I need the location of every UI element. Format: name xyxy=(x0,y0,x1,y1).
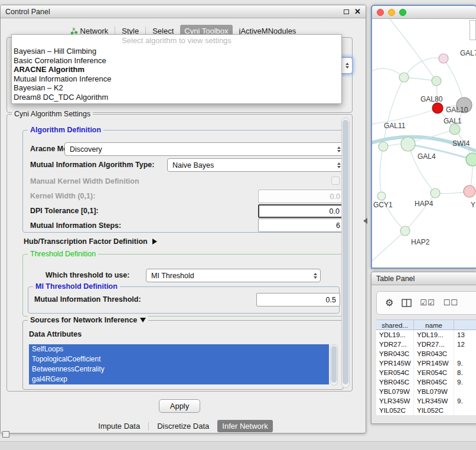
network-node[interactable] xyxy=(466,153,476,166)
tab-infer-network[interactable]: Infer Network xyxy=(217,420,272,432)
table-cell: YIL052C xyxy=(376,406,414,415)
network-node[interactable] xyxy=(464,185,475,197)
algorithm-option[interactable]: Dream8 DC_TDC Algorithm xyxy=(12,93,341,102)
kernel-width-input[interactable] xyxy=(258,190,344,203)
manual-kernel-checkbox[interactable] xyxy=(331,177,340,185)
table-column-header[interactable] xyxy=(454,319,476,330)
network-node[interactable] xyxy=(431,188,440,198)
cyni-algorithm-settings-group: Cyni Algorithm Settings Algorithm Defini… xyxy=(6,114,353,392)
network-node[interactable] xyxy=(399,73,409,82)
expander-expanded-icon xyxy=(140,318,146,322)
table-cell: 13 xyxy=(454,330,476,340)
table-cell: YDR27... xyxy=(376,340,414,349)
tab-discretize-data[interactable]: Discretize Data xyxy=(152,420,214,432)
close-traffic-light-icon[interactable] xyxy=(377,9,384,16)
table-column-header[interactable]: shared... xyxy=(376,319,414,330)
network-node-label: GAL4 xyxy=(418,152,436,161)
network-node[interactable] xyxy=(377,192,386,200)
apply-button[interactable]: Apply xyxy=(159,399,200,413)
table-row[interactable]: YBR043CYBR043C xyxy=(376,349,476,358)
attribute-list-item[interactable]: BetweennessCentrality xyxy=(29,364,329,374)
select-all-icon[interactable]: ☑☑ xyxy=(420,298,435,308)
expander-collapsed-icon xyxy=(152,239,157,244)
network-canvas-svg: GAL7GAL80GAL10GAL11GAL1SWI4GAL4GCY1HAP4Y… xyxy=(372,19,476,268)
network-node[interactable] xyxy=(400,226,410,236)
algorithm-definition-group: Algorithm Definition Aracne Mode: Discov… xyxy=(22,130,344,233)
algorithm-option[interactable]: Bayesian – K2 xyxy=(12,83,341,93)
network-node-label: HAP4 xyxy=(415,200,433,208)
mi-steps-label: Mutual Information Steps: xyxy=(30,221,121,230)
gear-icon[interactable]: ⚙ xyxy=(385,298,393,308)
algorithm-option[interactable]: Bayesian – Hill Climbing xyxy=(12,47,341,56)
network-node-label: GAL80 xyxy=(420,95,443,103)
table-column-header[interactable]: name xyxy=(414,319,454,330)
table-row[interactable]: YPR145WYPR145W9. xyxy=(376,358,476,368)
float-window-icon[interactable] xyxy=(344,9,349,14)
tab-impute-data[interactable]: Impute Data xyxy=(93,420,145,432)
which-threshold-label: Which threshold to use: xyxy=(45,271,129,279)
panel-splitter-arrow-icon[interactable] xyxy=(363,218,367,224)
hub-definition-expander[interactable]: Hub/Transcription Factor Definition xyxy=(24,237,157,246)
scrollbar-thumb[interactable] xyxy=(343,120,348,384)
mi-threshold-input[interactable] xyxy=(256,293,340,306)
combo-stepper-icon xyxy=(314,273,317,279)
close-icon[interactable]: ✕ xyxy=(354,8,361,15)
columns-icon[interactable] xyxy=(402,299,412,307)
attribute-list-item[interactable]: SelfLoops xyxy=(29,344,329,354)
attribute-list-item[interactable]: gal4RGexp xyxy=(29,374,329,384)
table-row[interactable]: YER054CYER054C8. xyxy=(376,368,476,377)
network-node[interactable] xyxy=(439,54,448,63)
zoom-traffic-light-icon[interactable] xyxy=(399,9,406,16)
network-node[interactable] xyxy=(401,137,415,151)
mi-type-combo[interactable]: Naive Bayes xyxy=(167,158,344,172)
attributes-list-scrollbar[interactable] xyxy=(330,344,338,386)
network-node[interactable] xyxy=(432,103,443,113)
table-row[interactable]: YBL079WYBL079W xyxy=(376,387,476,396)
table-row[interactable]: YDL19...YDL19...13 xyxy=(376,330,476,340)
algorithm-option[interactable]: ARACNE Algorithm xyxy=(12,65,341,74)
table-row[interactable]: YBR045CYBR045C9. xyxy=(376,377,476,387)
minimize-traffic-light-icon[interactable] xyxy=(388,9,395,16)
deselect-all-icon[interactable]: ☐☐ xyxy=(444,298,458,308)
network-edge xyxy=(404,58,444,77)
table-row[interactable]: YDR27...YDR27...12 xyxy=(376,340,476,349)
aracne-mode-combo[interactable]: Discovery xyxy=(64,142,344,156)
table-cell: YDL19... xyxy=(414,330,454,340)
sources-group-title[interactable]: Sources for Network Inference xyxy=(28,316,148,324)
network-node[interactable] xyxy=(449,124,460,135)
mi-steps-input[interactable] xyxy=(258,219,344,232)
network-edge xyxy=(408,144,435,193)
network-window-titlebar[interactable] xyxy=(372,6,476,19)
network-node-label: GAL11 xyxy=(384,122,406,130)
manual-kernel-label: Manual Kernel Width Definition xyxy=(30,177,139,185)
table-cell: YBR043C xyxy=(414,349,454,358)
combo-stepper-icon xyxy=(337,162,341,168)
window-title: Control Panel xyxy=(5,8,50,16)
dock-window-icon[interactable] xyxy=(2,431,9,438)
algorithm-option[interactable]: Basic Correlation Inference xyxy=(12,56,341,66)
table-panel-titlebar[interactable]: Table Panel xyxy=(371,272,476,285)
hub-definition-label: Hub/Transcription Factor Definition xyxy=(24,237,148,246)
table-row[interactable]: YLR345WYLR345W9. xyxy=(376,396,476,406)
network-canvas[interactable]: GAL7GAL80GAL10GAL11GAL1SWI4GAL4GCY1HAP4Y… xyxy=(372,19,476,268)
table-cell: YBL079W xyxy=(376,387,414,396)
table-cell: 9. xyxy=(454,358,476,368)
algorithm-option[interactable]: Mutual Information Inference xyxy=(12,74,341,84)
network-node[interactable] xyxy=(432,76,441,86)
control-panel-titlebar[interactable]: Control Panel ✕ xyxy=(1,5,366,18)
network-node-label: SWI4 xyxy=(452,139,470,148)
combo-stepper-icon xyxy=(337,146,341,152)
which-threshold-combo[interactable]: MI Threshold xyxy=(146,269,321,282)
attribute-list-item[interactable]: TopologicalCoefficient xyxy=(29,354,329,364)
network-vscroll[interactable] xyxy=(470,20,476,40)
scrollbar-thumb[interactable] xyxy=(331,346,337,383)
network-node[interactable] xyxy=(379,142,388,151)
table-cell xyxy=(454,387,476,396)
table-cell: YLR345W xyxy=(376,396,414,406)
table-cell: YBR045C xyxy=(376,377,414,387)
dpi-tolerance-input[interactable] xyxy=(258,204,344,218)
algorithm-dropdown: Select algorithm to view settings Bayesi… xyxy=(11,34,342,104)
settings-scrollbar[interactable] xyxy=(341,118,350,388)
algorithm-dropdown-placeholder[interactable]: Select algorithm to view settings xyxy=(12,35,341,47)
table-row[interactable]: YIL052CYIL052C xyxy=(376,406,476,415)
